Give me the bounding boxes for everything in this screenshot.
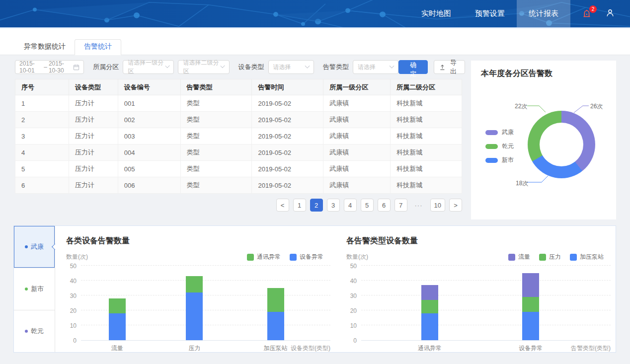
alarm-type-select[interactable]: 请选择 (353, 60, 398, 74)
pagination-page-2[interactable]: 2 (310, 199, 323, 212)
region-level2-select[interactable]: 请选择二级分区 (178, 60, 229, 74)
pagination-page-10[interactable]: 10 (430, 199, 445, 212)
legend-item-压力[interactable]: 压力 (539, 253, 561, 261)
legend-item-通讯异常[interactable]: 通讯异常 (247, 253, 281, 261)
bar-segment-加压泵站 (522, 312, 539, 340)
table-cell: 武康镇 (323, 128, 391, 145)
nav-item-alert-settings[interactable]: 预警设置 (463, 0, 517, 27)
table-cell: 003 (118, 128, 180, 145)
pagination-next[interactable]: > (449, 199, 462, 212)
nav-item-statistics-report[interactable]: 统计报表 (517, 0, 570, 27)
bar-segment-压力 (522, 297, 539, 312)
table-cell: 武康镇 (323, 161, 391, 177)
pagination-page-1[interactable]: 1 (293, 199, 306, 212)
donut-legend: 武康 乾元 新市 (485, 128, 514, 164)
tab-strip: 异常数据统计 告警统计 (0, 28, 630, 55)
table-cell: 006 (118, 177, 180, 194)
tab-alarm-stats[interactable]: 告警统计 (75, 39, 121, 55)
region-label: 乾元 (31, 327, 44, 336)
donut-label-qianyuan: 22次 (515, 102, 527, 111)
region-level2-placeholder: 请选择二级分区 (183, 59, 221, 75)
pagination-page-7[interactable]: 7 (394, 199, 407, 212)
confirm-button[interactable]: 确 定 (398, 60, 428, 74)
bar-压力[interactable] (186, 276, 203, 340)
legend-item-加压泵站[interactable]: 加压泵站 (570, 253, 604, 261)
table-cell: 3 (15, 128, 69, 145)
table-cell: 类型 (180, 112, 252, 128)
chart-alarm-type-device-count: 各告警类型设备数量 数量(次) 流量压力加压泵站 01020304050 告警类… (335, 226, 616, 352)
table-cell: 压力计 (69, 128, 118, 145)
y-axis-name: 数量(次) (346, 253, 368, 261)
upload-icon (440, 64, 445, 71)
legend-item-wukang[interactable]: 武康 (485, 128, 514, 137)
legend-label: 乾元 (502, 142, 514, 150)
x-axis-name: 告警类型(类型) (571, 344, 611, 353)
nav-item-realtime-map[interactable]: 实时地图 (409, 0, 463, 27)
bar-segment-通讯异常 (186, 276, 203, 292)
pagination-prev[interactable]: < (276, 199, 289, 212)
device-type-select[interactable]: 请选择 (268, 60, 314, 74)
table-cell: 4 (15, 145, 69, 161)
gridline (81, 280, 330, 281)
bar-设备异常[interactable] (522, 273, 539, 340)
date-range-picker[interactable]: 2015-10-01 – 2015-10-30 (15, 60, 84, 74)
region-charts-panel: 武康 新市 乾元 各类设备告警数量 数量(次) 通讯异常设备异常 0102030… (13, 225, 616, 353)
y-axis-tick: 50 (70, 263, 77, 270)
region-dot (25, 330, 28, 333)
legend-item-设备异常[interactable]: 设备异常 (290, 253, 323, 261)
tab-abnormal-data-stats[interactable]: 异常数据统计 (15, 40, 75, 55)
legend-item-xinshi[interactable]: 新市 (485, 156, 514, 164)
chart-device-alarm-count: 各类设备告警数量 数量(次) 通讯异常设备异常 01020304050 设备类型… (55, 226, 335, 352)
table-body: 1压力计001类型2019-05-02武康镇科技新城2压力计002类型2019-… (15, 95, 462, 194)
gridline (361, 280, 611, 281)
table-row[interactable]: 1压力计001类型2019-05-02武康镇科技新城 (15, 95, 462, 112)
bar-通讯异常[interactable] (421, 285, 438, 340)
table-row[interactable]: 2压力计002类型2019-05-02武康镇科技新城 (15, 112, 462, 128)
pagination-page-3[interactable]: 3 (327, 199, 340, 212)
column-header: 告警时间 (252, 79, 323, 95)
table-cell: 2019-05-02 (252, 95, 323, 112)
legend-swatch (485, 158, 498, 163)
donut-chart[interactable] (528, 111, 595, 178)
table-cell: 类型 (180, 128, 252, 145)
bar-加压泵站[interactable] (267, 288, 284, 340)
region-label: 新市 (31, 285, 44, 293)
y-axis-tick: 40 (70, 278, 77, 285)
table-cell: 类型 (180, 95, 252, 112)
table-row[interactable]: 5压力计005类型2019-05-02武康镇科技新城 (15, 161, 462, 177)
table-row[interactable]: 3压力计003类型2019-05-02武康镇科技新城 (15, 128, 462, 145)
table-row[interactable]: 4压力计004类型2019-05-02武康镇科技新城 (15, 145, 462, 161)
filter-bar: 2015-10-01 – 2015-10-30 所属分区 请选择一级分区 (15, 60, 465, 74)
legend-swatch (508, 254, 515, 261)
pagination-page-4[interactable]: 4 (344, 199, 357, 212)
bar-流量[interactable] (109, 298, 126, 340)
y-axis-tick: 0 (353, 337, 357, 344)
pagination-page-5[interactable]: 5 (361, 199, 374, 212)
pagination-ellipsis[interactable]: ··· (411, 199, 426, 212)
export-button[interactable]: 导出 (434, 60, 465, 74)
pagination-page-6[interactable]: 6 (378, 199, 391, 212)
region-tab-wukang[interactable]: 武康 (14, 226, 55, 268)
region-tab-xinshi[interactable]: 新市 (14, 268, 55, 310)
table-cell: 武康镇 (323, 145, 391, 161)
gridline (81, 295, 330, 295)
alarm-bell-icon[interactable]: 2 (581, 8, 593, 20)
main-navigation: 实时地图 预警设置 统计报表 (409, 0, 570, 27)
table-cell: 2 (15, 112, 69, 128)
table-cell: 武康镇 (323, 112, 391, 128)
legend-item-qianyuan[interactable]: 乾元 (485, 142, 514, 150)
table-cell: 科技新城 (391, 95, 462, 112)
alarm-type-placeholder: 请选择 (358, 63, 376, 72)
charts-area: 各类设备告警数量 数量(次) 通讯异常设备异常 01020304050 设备类型… (55, 226, 616, 352)
region-dot (25, 288, 28, 291)
legend-item-流量[interactable]: 流量 (508, 253, 530, 261)
table-cell: 类型 (180, 161, 252, 177)
region-level1-select[interactable]: 请选择一级分区 (123, 60, 174, 74)
table-cell: 005 (118, 161, 180, 177)
date-separator: – (44, 64, 47, 71)
table-cell: 压力计 (69, 95, 118, 112)
region-tab-qianyuan[interactable]: 乾元 (14, 310, 55, 352)
navbar-icons: 2 (570, 0, 630, 27)
table-row[interactable]: 6压力计006类型2019-05-02武康镇科技新城 (15, 177, 462, 194)
user-icon[interactable] (605, 8, 615, 20)
